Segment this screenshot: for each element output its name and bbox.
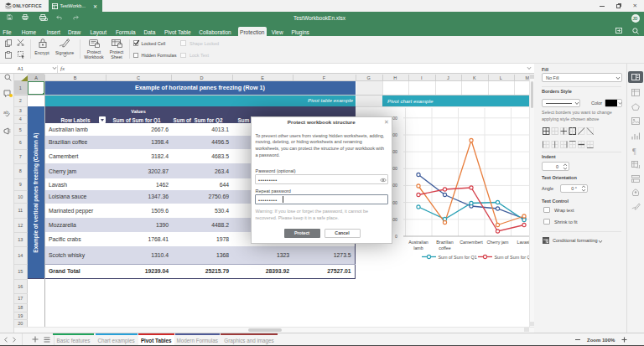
svg-text:Brazilian: Brazilian [436,240,453,245]
svg-text:Sum of Sum for Q2: Sum of Sum for Q2 [495,255,530,260]
svg-text:Cherry jam: Cherry jam [487,240,509,245]
svg-text:Lavash: Lavash [517,240,529,245]
svg-text:lamb: lamb [413,245,423,250]
svg-text:¶: ¶ [632,147,636,155]
svg-text:ab: ab [3,110,9,115]
svg-text:Sum of Sum for Q1: Sum of Sum for Q1 [439,255,477,260]
svg-text:coffee: coffee [439,245,450,250]
svg-text:0: 0 [395,234,397,239]
svg-text:Australian: Australian [408,240,428,245]
svg-text:Camembert: Camembert [460,240,483,245]
